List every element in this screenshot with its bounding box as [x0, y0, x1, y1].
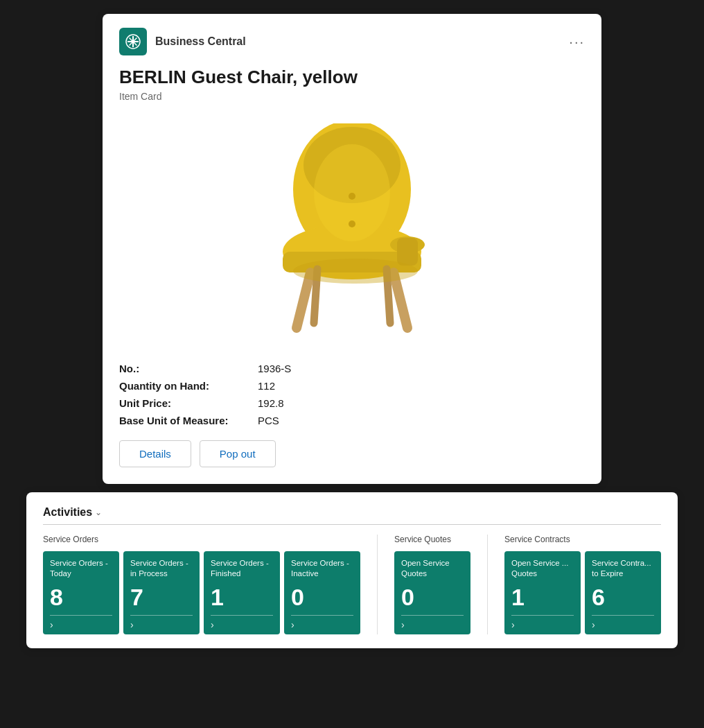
tile-orders-inprocess-arrow: › [130, 615, 193, 630]
svg-rect-10 [397, 238, 418, 266]
tile-open-service-quotes-arrow: › [511, 615, 574, 630]
detail-no: No.: 1936-S [119, 363, 585, 374]
tile-open-service-quotes[interactable]: Open Service ... Quotes 1 › [504, 551, 581, 634]
bc-icon [125, 33, 141, 50]
tile-orders-inactive[interactable]: Service Orders - Inactive 0 › [284, 551, 360, 634]
tile-orders-finished-label: Service Orders - Finished [211, 558, 273, 579]
qty-label: Quantity on Hand: [119, 380, 258, 392]
tile-contracts-expire-label: Service Contra... to Expire [592, 558, 654, 579]
activities-divider [43, 524, 661, 525]
app-icon [119, 28, 147, 55]
tile-orders-finished-arrow: › [211, 615, 273, 630]
no-label: No.: [119, 363, 258, 374]
service-contracts-group: Service Contracts Open Service ... Quote… [504, 535, 661, 634]
item-title: BERLIN Guest Chair, yellow [119, 67, 585, 88]
tile-open-quotes-value: 0 [401, 585, 464, 609]
item-subtitle: Item Card [119, 91, 585, 102]
svg-line-12 [394, 272, 407, 328]
tile-contracts-expire[interactable]: Service Contra... to Expire 6 › [585, 551, 661, 634]
tile-open-quotes-label: Open Service Quotes [401, 558, 464, 579]
activities-card: Activities ⌄ Service Orders Service Orde… [26, 492, 678, 648]
details-button[interactable]: Details [119, 440, 191, 467]
service-orders-group: Service Orders Service Orders - Today 8 … [43, 535, 360, 634]
tile-open-quotes[interactable]: Open Service Quotes 0 › [394, 551, 470, 634]
tile-orders-inprocess-value: 7 [130, 585, 193, 609]
tile-open-service-quotes-label: Open Service ... Quotes [511, 558, 574, 579]
popout-button[interactable]: Pop out [200, 440, 276, 467]
tile-orders-today-label: Service Orders - Today [50, 558, 112, 579]
qty-value: 112 [258, 380, 275, 392]
chair-svg [248, 123, 456, 338]
detail-qty: Quantity on Hand: 112 [119, 380, 585, 392]
activities-title: Activities [43, 506, 92, 519]
app-identity: Business Central [119, 28, 246, 55]
tile-contracts-expire-value: 6 [592, 585, 654, 609]
main-card: Business Central ··· BERLIN Guest Chair,… [103, 14, 601, 484]
group-divider-2 [487, 535, 488, 634]
tile-orders-today-value: 8 [50, 585, 112, 609]
page-wrapper: Business Central ··· BERLIN Guest Chair,… [0, 0, 704, 728]
tile-open-service-quotes-value: 1 [511, 585, 574, 609]
header-row: Business Central ··· [119, 28, 585, 55]
tile-orders-today[interactable]: Service Orders - Today 8 › [43, 551, 119, 634]
service-orders-label: Service Orders [43, 535, 360, 544]
item-details: No.: 1936-S Quantity on Hand: 112 Unit P… [119, 363, 585, 426]
svg-point-17 [349, 220, 355, 227]
tile-orders-inactive-label: Service Orders - Inactive [291, 558, 353, 579]
service-contracts-label: Service Contracts [504, 535, 661, 544]
activities-groups: Service Orders Service Orders - Today 8 … [43, 535, 661, 634]
service-orders-tiles: Service Orders - Today 8 › Service Order… [43, 551, 360, 634]
group-divider-1 [377, 535, 378, 634]
service-quotes-tiles: Open Service Quotes 0 › [394, 551, 470, 634]
tile-orders-inprocess-label: Service Orders - in Process [130, 558, 193, 579]
app-name: Business Central [155, 35, 246, 48]
tile-orders-inactive-arrow: › [291, 615, 353, 630]
service-contracts-tiles: Open Service ... Quotes 1 › Service Cont… [504, 551, 661, 634]
service-quotes-group: Service Quotes Open Service Quotes 0 › [394, 535, 470, 634]
activities-header: Activities ⌄ [43, 506, 661, 519]
tile-orders-inprocess[interactable]: Service Orders - in Process 7 › [123, 551, 200, 634]
tile-contracts-expire-arrow: › [592, 615, 654, 630]
svg-line-11 [297, 272, 310, 328]
chair-image [119, 113, 585, 349]
tile-orders-finished-value: 1 [211, 585, 273, 609]
price-label: Unit Price: [119, 397, 258, 409]
uom-label: Base Unit of Measure: [119, 415, 258, 426]
more-menu-button[interactable]: ··· [569, 34, 585, 50]
tile-open-quotes-arrow: › [401, 615, 464, 630]
price-value: 192.8 [258, 397, 284, 409]
detail-uom: Base Unit of Measure: PCS [119, 415, 585, 426]
svg-point-18 [293, 259, 418, 284]
service-quotes-label: Service Quotes [394, 535, 470, 544]
svg-point-16 [349, 193, 355, 200]
detail-price: Unit Price: 192.8 [119, 397, 585, 409]
chevron-down-icon[interactable]: ⌄ [95, 508, 102, 517]
no-value: 1936-S [258, 363, 291, 374]
uom-value: PCS [258, 415, 279, 426]
tile-orders-inactive-value: 0 [291, 585, 353, 609]
tile-orders-finished[interactable]: Service Orders - Finished 1 › [204, 551, 280, 634]
tile-orders-today-arrow: › [50, 615, 112, 630]
action-buttons: Details Pop out [119, 440, 585, 467]
